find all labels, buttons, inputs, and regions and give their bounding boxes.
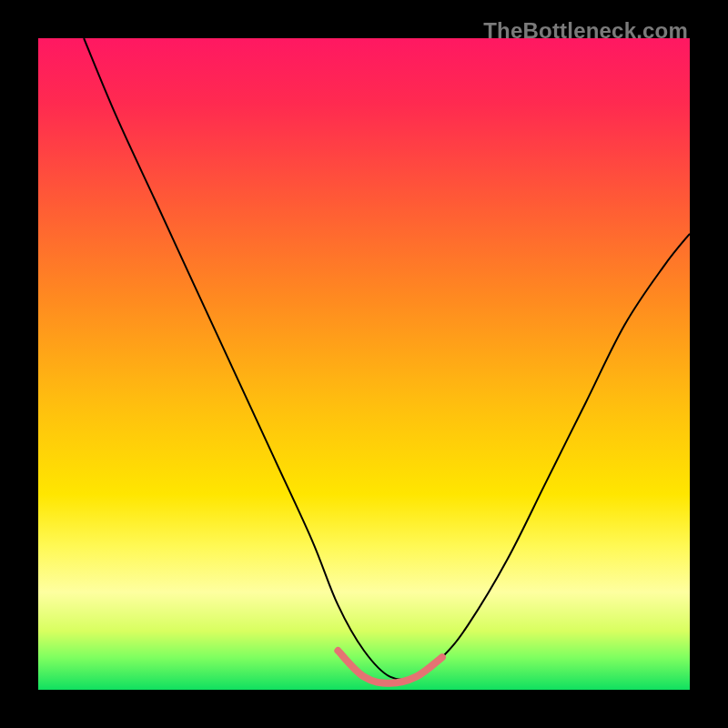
optimal-range-highlight xyxy=(338,651,442,683)
chart-svg xyxy=(38,38,690,690)
bottleneck-curve xyxy=(84,38,690,680)
chart-frame: TheBottleneck.com xyxy=(0,0,728,728)
